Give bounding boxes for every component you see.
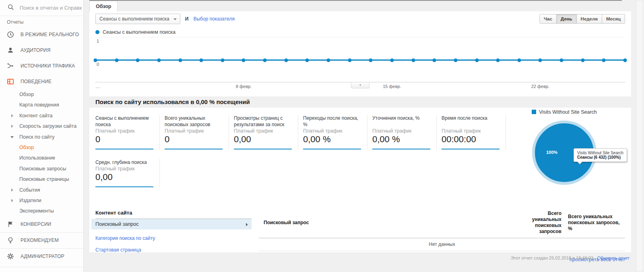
sidebar-item-search-overview[interactable]: Обзор (0, 142, 83, 153)
traffic-sources-icon (7, 62, 14, 70)
sidebar-item-behavior-overview[interactable]: Обзор (0, 89, 83, 100)
sidebar-item-audience[interactable]: АУДИТОРИЯ (0, 42, 83, 58)
pie-tooltip: Visits Without Site Search Сеансы (6 432… (574, 148, 627, 162)
expand-right-icon (11, 125, 13, 128)
sidebar-item-publishers[interactable]: Издатели (0, 195, 83, 206)
clock-icon (7, 31, 14, 38)
data-point[interactable] (602, 58, 606, 62)
metric-underline (95, 149, 153, 149)
sidebar-item-search-usage[interactable]: Использование (0, 153, 83, 163)
data-point[interactable] (623, 58, 627, 62)
sidebar-item-realtime[interactable]: В РЕЖИМЕ РЕАЛЬНОГО (0, 27, 83, 42)
data-point[interactable] (433, 58, 436, 62)
data-point[interactable] (284, 58, 288, 62)
person-icon (7, 47, 14, 54)
sidebar-search[interactable]: Поиск в отчетах и Справк (0, 0, 83, 16)
pie-chart[interactable]: 100% Visits Without Site Search Сеансы (… (532, 121, 597, 185)
data-point[interactable] (94, 58, 97, 62)
metric-card[interactable]: Всего уникальных поисковых запросов Плат… (165, 115, 229, 149)
refresh-report-link[interactable]: Обновить отчет (597, 256, 630, 260)
pie-slice-label: 100% (546, 150, 557, 155)
metric-selector-dropdown[interactable]: Сеансы с выполнением поиска (95, 14, 180, 24)
metric-underline (95, 186, 153, 187)
sidebar-item-site-speed[interactable]: Скорость загрузки сайта (0, 121, 83, 131)
dimension-option-start-page[interactable]: Стартовая страница (95, 247, 252, 253)
expand-right-icon (11, 188, 13, 192)
granularity-buttons: Час День Неделя Месяц (539, 14, 625, 24)
dimensions-header: Контент сайта (95, 208, 252, 219)
tab-overview[interactable]: Обзор (89, 1, 118, 12)
data-point[interactable] (475, 58, 479, 62)
granularity-month-button[interactable]: Месяц (602, 14, 625, 24)
data-point[interactable] (200, 58, 203, 62)
granularity-hour-button[interactable]: Час (539, 14, 557, 24)
data-point[interactable] (390, 58, 394, 62)
metric-card[interactable]: Средн. глубина поиска Платный трафик 0,0… (95, 159, 160, 187)
column-header-unique-searches[interactable]: Всего уникальных поисковых запросов (524, 211, 561, 235)
sidebar-item-search-terms[interactable]: Поисковые запросы (0, 164, 83, 174)
behavior-icon (7, 78, 14, 85)
data-point[interactable] (305, 58, 309, 62)
sidebar-item-conversions[interactable]: КОНВЕРСИИ (0, 217, 83, 232)
data-point[interactable] (242, 58, 246, 62)
timeline-plot: 1 0 (95, 37, 625, 82)
dimension-option-site-search-category[interactable]: Категория поиска по сайту (95, 235, 252, 241)
sidebar-item-search-pages[interactable]: Поисковые страницы (0, 174, 83, 184)
sidebar-item-behavior-map[interactable]: Карта поведения (0, 100, 83, 110)
submenu-arrow-icon (246, 223, 248, 226)
choose-metric-link[interactable]: Выбор показателя (193, 16, 234, 22)
y-tick-label: 1 (97, 39, 99, 43)
sidebar-item-experiments[interactable]: Эксперименты (0, 206, 83, 216)
column-header-search-term[interactable]: Поисковый запрос (259, 220, 524, 225)
sidebar-item-admin[interactable]: АДМИНИСТРАТОР (0, 249, 83, 264)
sidebar-item-behavior[interactable]: ПОВЕДЕНИЕ (0, 74, 83, 89)
chart-collapse-button[interactable] (351, 83, 369, 88)
data-point[interactable] (517, 58, 521, 62)
chevron-down-icon (173, 18, 177, 20)
data-point[interactable] (560, 58, 564, 62)
y-tick-label: 0 (97, 62, 99, 67)
data-point[interactable] (348, 58, 351, 62)
data-point[interactable] (454, 58, 457, 62)
data-point[interactable] (496, 58, 500, 62)
summary-headline: Поиск по сайту использовался в 0,00 % по… (89, 96, 631, 108)
sidebar-item-discover[interactable]: РЕКОМЕНДУЕМ (0, 233, 83, 248)
metric-card[interactable]: Просмотры страниц с результатами за поис… (234, 115, 298, 149)
scrollbar[interactable] (636, 1, 642, 271)
column-header-unique-searches-pct[interactable]: Всего уникальных поисковых запросов, % (568, 214, 625, 232)
bottom-section: Контент сайта Поисковый запрос Категория… (95, 208, 625, 263)
x-tick-label: 22 февр. (531, 84, 549, 89)
timeline-legend: Сеансы с выполнением поиска (95, 29, 175, 35)
data-point[interactable] (221, 58, 224, 62)
data-point[interactable] (157, 58, 161, 62)
granularity-week-button[interactable]: Неделя (577, 14, 602, 24)
lightbulb-icon (7, 237, 14, 244)
sidebar-item-events[interactable]: События (0, 185, 83, 195)
data-point[interactable] (263, 58, 267, 62)
dimensions-panel: Контент сайта Поисковый запрос Категория… (95, 208, 252, 263)
metric-card[interactable]: Время после поиска Платный трафик 00:00:… (442, 115, 506, 149)
metric-cards: Сеансы с выполнением поиска Платный траф… (95, 115, 511, 197)
dimension-selected-search-term[interactable]: Поисковый запрос (91, 219, 252, 229)
sidebar-item-site-content[interactable]: Контент сайта (0, 110, 83, 121)
data-point[interactable] (115, 58, 118, 62)
granularity-day-button[interactable]: День (557, 14, 577, 24)
and-label: И (185, 16, 189, 22)
top-strip (89, 0, 622, 1)
data-point[interactable] (369, 58, 373, 62)
data-point[interactable] (178, 58, 182, 62)
sidebar-item-acquisition[interactable]: ИСТОЧНИКИ ТРАФИКА (0, 58, 83, 74)
data-point[interactable] (581, 58, 584, 62)
data-point[interactable] (136, 58, 140, 62)
metric-card[interactable]: Уточнения поиска, % Платный трафик 0,00 … (372, 115, 437, 149)
metric-card[interactable]: Сеансы с выполнением поиска Платный траф… (95, 115, 160, 149)
data-point[interactable] (411, 58, 415, 62)
report-table: Поисковый запрос Всего уникальных поиско… (259, 208, 625, 263)
sidebar-item-site-search[interactable]: Поиск по сайту (0, 132, 83, 142)
metric-card[interactable]: Переходы после поиска, % Платный трафик … (303, 115, 367, 149)
data-point[interactable] (539, 58, 542, 62)
sidebar-section-label: Отчеты (0, 16, 83, 27)
data-point[interactable] (327, 58, 330, 62)
expand-right-icon (11, 199, 13, 202)
gear-icon (7, 253, 14, 260)
